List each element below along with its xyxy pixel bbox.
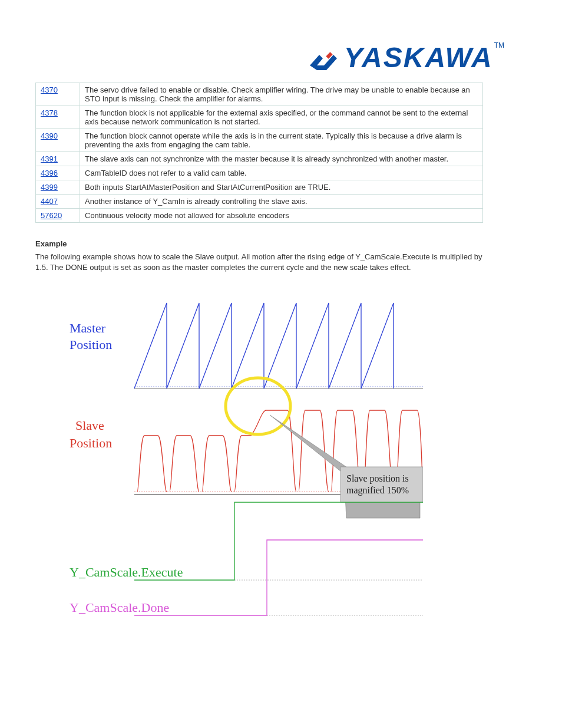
error-code-link[interactable]: 4407 — [41, 197, 58, 206]
error-code-link[interactable]: 4396 — [41, 169, 58, 177]
example-text: The following example shows how to scale… — [35, 252, 483, 272]
table-row: 4378 The function block is not applicabl… — [36, 106, 483, 129]
error-code-link[interactable]: 4399 — [41, 183, 58, 192]
example-heading: Example — [35, 239, 527, 248]
error-code-link[interactable]: 4390 — [41, 131, 58, 140]
table-row: 4396 CamTableID does not refer to a vali… — [36, 166, 483, 180]
highlight-circle-icon — [226, 378, 290, 434]
error-code-link[interactable]: 4370 — [41, 85, 58, 94]
logo-mark-icon — [309, 51, 338, 79]
error-desc: The slave axis can not synchronize with … — [80, 152, 483, 166]
done-label: Y_CamScale.Done — [70, 600, 169, 615]
table-row: 4370 The servo drive failed to enable or… — [36, 83, 483, 106]
timing-diagram-svg: Master Position Slav — [70, 285, 423, 651]
table-row: 57620 Continuous velocity mode not allow… — [36, 209, 483, 223]
callout-text-line2: magnified 150% — [346, 485, 409, 496]
trademark: TM — [494, 41, 504, 50]
error-desc: The function block cannot operate while … — [80, 129, 483, 152]
execute-label: Y_CamScale.Execute — [70, 565, 183, 579]
error-desc: The servo drive failed to enable or disa… — [80, 83, 483, 106]
timing-diagram: Master Position Slav — [70, 285, 527, 653]
brand-name: YASKAWA — [344, 42, 493, 73]
slave-label-line1: Slave — [75, 418, 104, 433]
error-desc: Another instance of Y_CamIn is already c… — [80, 195, 483, 209]
master-plot: Master Position — [70, 303, 423, 388]
error-desc: CamTableID does not refer to a valid cam… — [80, 166, 483, 180]
table-row: 4399 Both inputs StartAtMasterPosition a… — [36, 180, 483, 195]
table-row: 4407 Another instance of Y_CamIn is alre… — [36, 195, 483, 209]
master-label-line1: Master — [70, 321, 106, 335]
callout-text-line1: Slave position is — [346, 473, 409, 484]
error-desc: Both inputs StartAtMasterPosition and St… — [80, 180, 483, 195]
table-row: 4390 The function block cannot operate w… — [36, 129, 483, 152]
brand-logo: YASKAWATM — [309, 41, 521, 77]
master-label-line2: Position — [70, 337, 112, 352]
slave-plot: Slave Position — [70, 378, 423, 518]
error-desc: The function block is not applicable for… — [80, 106, 483, 129]
svg-rect-5 — [340, 467, 423, 502]
error-code-link[interactable]: 57620 — [41, 211, 62, 220]
table-row: 4391 The slave axis can not synchronize … — [36, 152, 483, 166]
slave-label-line2: Position — [70, 436, 112, 450]
error-code-link[interactable]: 4391 — [41, 154, 58, 163]
error-desc: Continuous velocity mode not allowed for… — [80, 209, 483, 223]
error-code-table: 4370 The servo drive failed to enable or… — [35, 83, 483, 223]
error-code-link[interactable]: 4378 — [41, 108, 58, 117]
